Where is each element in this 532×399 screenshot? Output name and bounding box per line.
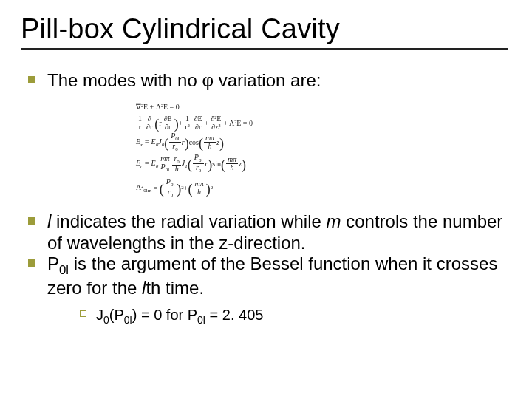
eq5-t1-num: P0l — [165, 178, 177, 188]
equation-1: ∇²E + Λ²E = 0 — [136, 100, 505, 114]
eq5-sq2: 2 — [211, 183, 214, 193]
eq3-E0: = E0 — [144, 134, 158, 150]
eq2-f1-den: r — [137, 123, 143, 131]
eq2-f6-den: ∂z² — [210, 123, 222, 131]
eq5-t1-den: r0 — [166, 188, 174, 198]
equation-2: 1r ∂∂r ( r ∂E∂r ) + 1r² ∂E∂r + ∂²E∂z² + … — [136, 115, 505, 131]
eq3-Ez: Ez — [136, 134, 143, 150]
bullet-3-text-b: th time. — [146, 278, 204, 298]
bullet-list: The modes with no φ variation are: ∇²E +… — [21, 70, 508, 327]
eq5-lhs: Λ²0lm — [136, 180, 151, 196]
eq2-r: r — [159, 116, 161, 130]
sub1-b: (P0l — [109, 307, 132, 323]
bullet-2-text-a: indicates the radial variation while — [51, 211, 326, 231]
eq1-text: ∇²E + Λ²E = 0 — [136, 100, 180, 114]
equation-3: Ez = E0 J0 ( P0lr0 r ) cos ( mπh z ) — [136, 132, 505, 152]
equation-5: Λ²0lm = ( P0lr0 )2 + ( mπh )2 — [136, 178, 505, 198]
eq3-a1-den: r0 — [171, 143, 179, 152]
eq2-f2-den: ∂r — [145, 123, 154, 131]
eq5-t2-den: h — [196, 188, 202, 196]
title-wrap: Pill-box Cylindrical Cavity — [21, 13, 508, 50]
sub-bullet-list: J0(P0l) = 0 for P0l = 2. 405 — [47, 306, 505, 327]
bullet-3-P0l: P0l — [47, 253, 69, 273]
sub1-c: ) = 0 for P0l — [132, 307, 205, 323]
sub1-J0: J0 — [96, 307, 109, 323]
bullet-3: P0l is the argument of the Bessel functi… — [24, 253, 505, 327]
eq4-f1-den: P0l — [160, 163, 171, 173]
eq4-a1-den: r0 — [194, 164, 202, 174]
eq4-a2-den: h — [229, 164, 236, 171]
eq3-a1-num: P0l — [169, 132, 181, 143]
eq3-a2-den: h — [207, 143, 214, 150]
eq2-f3-den: ∂r — [163, 123, 172, 131]
sub1-d: = 2. 405 — [205, 307, 263, 323]
bullet-3-text-a: is the argument of the Bessel function w… — [47, 253, 497, 298]
eq2-tail: + Λ²E = 0 — [223, 116, 253, 130]
bullet-2-m: m — [327, 211, 341, 231]
equation-4: Er = E0 mπP0l r0h J1 ( P0lr0 r ) sin ( m… — [136, 154, 505, 174]
eq4-J1: J1 — [182, 156, 188, 171]
eq4-f2-den: h — [174, 166, 180, 173]
bullet-2: l indicates the radial variation while m… — [24, 211, 505, 253]
eq4-sin: sin — [212, 157, 221, 171]
eq4-Er: Er — [136, 156, 143, 171]
eq4-f2-num: r0 — [172, 155, 180, 166]
equation-block: ∇²E + Λ²E = 0 1r ∂∂r ( r ∂E∂r ) + 1r² ∂E… — [136, 100, 505, 198]
eq4-a1-num: P0l — [193, 154, 205, 164]
eq2-plus1: + — [179, 116, 183, 130]
eq3-cos: cos — [189, 135, 199, 149]
eq2-f5-den: ∂r — [194, 123, 202, 131]
slide: Pill-box Cylindrical Cavity The modes wi… — [0, 0, 532, 399]
eq2-plus2: + — [205, 116, 209, 130]
bullet-1-text: The modes with no φ variation are: — [47, 70, 321, 90]
eq4-E0: = E0 — [144, 156, 158, 171]
eq2-f4-den: r² — [183, 123, 191, 131]
bullet-1: The modes with no φ variation are: ∇²E +… — [24, 70, 505, 198]
slide-title: Pill-box Cylindrical Cavity — [21, 13, 508, 45]
eq3-J0: J0 — [158, 134, 164, 150]
sub-bullet-1: J0(P0l) = 0 for P0l = 2. 405 — [77, 306, 505, 327]
